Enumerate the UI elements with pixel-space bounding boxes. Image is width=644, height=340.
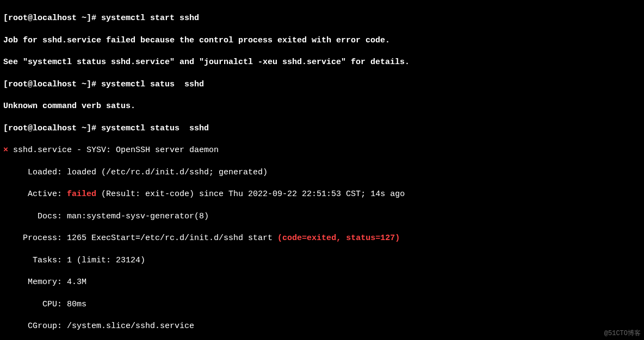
active-rest: (Result: exit-code) since Thu 2022-09-22… — [96, 190, 405, 199]
terminal-output[interactable]: [root@localhost ~]# systemctl start sshd… — [0, 0, 644, 340]
value-docs: man:systemd-sysv-generator(8) — [67, 212, 209, 221]
prompt: [root@localhost ~]# — [3, 124, 101, 133]
value-cgroup: /system.slice/sshd.service — [67, 322, 194, 331]
process-pre: 1265 ExecStart=/etc/rc.d/init.d/sshd sta… — [67, 234, 277, 243]
label-cpu: CPU: — [3, 300, 67, 309]
label-docs: Docs: — [3, 212, 67, 221]
status-x-icon: × — [3, 146, 8, 155]
label-loaded: Loaded: — [3, 168, 67, 177]
command: systemctl satus sshd — [101, 80, 204, 89]
prompt: [root@localhost ~]# — [3, 14, 101, 23]
value-tasks: 1 (limit: 23124) — [67, 256, 145, 265]
watermark: @51CTO博客 — [604, 329, 641, 338]
label-memory: Memory: — [3, 278, 67, 287]
service-header: sshd.service - SYSV: OpenSSH server daem… — [8, 146, 219, 155]
error-line: Unknown command verb satus. — [3, 101, 641, 112]
error-line: Job for sshd.service failed because the … — [3, 35, 641, 46]
prompt: [root@localhost ~]# — [3, 80, 101, 89]
process-code: (code=exited, status=127) — [277, 234, 400, 243]
command: systemctl status sshd — [101, 124, 209, 133]
label-tasks: Tasks: — [3, 256, 67, 265]
value-cpu: 80ms — [67, 300, 86, 309]
label-cgroup: CGroup: — [3, 322, 67, 331]
value-loaded: loaded (/etc/rc.d/init.d/sshd; generated… — [67, 168, 268, 177]
value-memory: 4.3M — [67, 278, 86, 287]
label-active: Active: — [3, 190, 67, 199]
command: systemctl start sshd — [101, 14, 199, 23]
error-line: See "systemctl status sshd.service" and … — [3, 57, 641, 68]
active-failed: failed — [67, 190, 96, 199]
label-process: Process: — [3, 234, 67, 243]
